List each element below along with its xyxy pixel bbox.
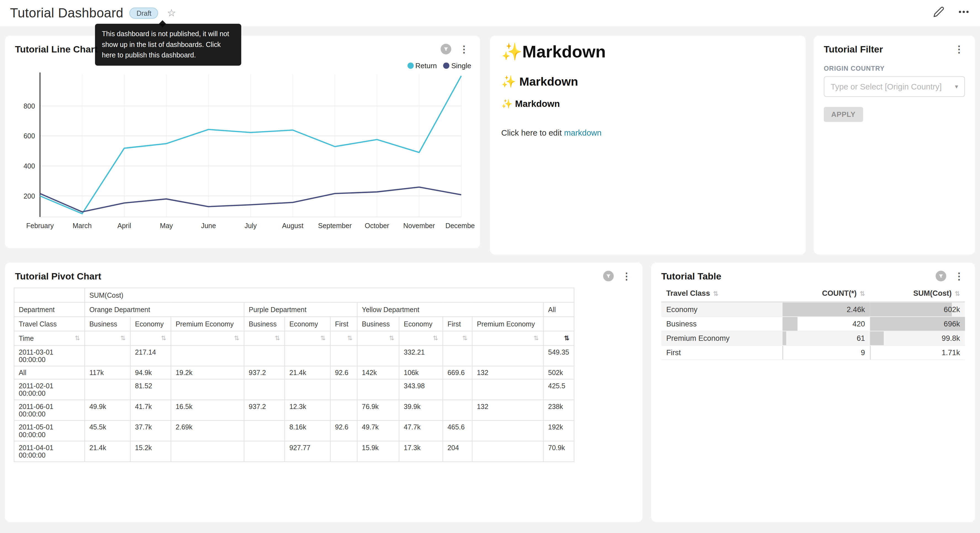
- pivot-class-header: Economy: [285, 317, 330, 331]
- legend-item-return[interactable]: Return: [407, 62, 437, 69]
- pivot-value-cell: [171, 345, 244, 366]
- sort-icon[interactable]: ⇅: [234, 334, 239, 342]
- apply-button[interactable]: APPLY: [824, 107, 863, 122]
- legend-dot: [443, 62, 449, 69]
- pivot-value-cell: 21.4k: [285, 366, 330, 380]
- pivot-chart-card: Tutorial Pivot Chart ⋮ SUM(Cost)Departme…: [5, 263, 643, 522]
- origin-country-label: ORIGIN COUNTRY: [824, 64, 965, 72]
- pivot-value-cell: [443, 379, 472, 400]
- pivot-value-cell: 45.5k: [85, 421, 130, 441]
- sort-icon[interactable]: ⇅: [75, 334, 80, 342]
- table-column-header[interactable]: Travel Class⇅: [661, 285, 782, 302]
- pivot-value-cell: 332.21: [399, 345, 443, 366]
- pivot-sort-cell: ⇅: [544, 331, 574, 345]
- sort-icon[interactable]: ⇅: [860, 290, 865, 297]
- line-chart-canvas: 200400600800FebruaryMarchAprilMayJuneJul…: [10, 71, 475, 241]
- pivot-value-cell: 502k: [544, 366, 574, 380]
- travel-class-cell: Premium Economy: [661, 331, 782, 345]
- pivot-value-cell: [171, 441, 244, 462]
- pivot-value-cell: [285, 345, 330, 366]
- filter-indicator-icon[interactable]: [441, 44, 451, 54]
- line-chart-card-header: Tutorial Line Chart ⋮: [5, 36, 480, 58]
- metric-cell: 9: [783, 345, 870, 360]
- metric-value: 602k: [944, 305, 960, 314]
- filter-card-title: Tutorial Filter: [824, 44, 883, 54]
- pivot-value-cell: 2.69k: [171, 421, 244, 441]
- value-bar: [870, 331, 883, 345]
- pivot-corner-cell: [14, 288, 85, 302]
- table-column-header[interactable]: COUNT(*)⇅: [783, 285, 870, 302]
- markdown-h3: ✨ Markdown: [501, 99, 794, 109]
- pivot-sort-cell: ⇅: [130, 331, 171, 345]
- travel-class-cell: Economy: [661, 302, 782, 317]
- pivot-row-label: 2011-02-01 00:00:00: [14, 379, 85, 400]
- pivot-value-cell: 549.35: [544, 345, 574, 366]
- draft-badge[interactable]: Draft: [130, 8, 159, 19]
- sort-icon[interactable]: ⇅: [275, 334, 280, 342]
- pivot-value-cell: 21.4k: [85, 441, 130, 462]
- chart-legend[interactable]: ReturnSingle: [407, 62, 471, 69]
- markdown-h1: ✨Markdown: [501, 42, 794, 62]
- pivot-card-header: Tutorial Pivot Chart ⋮: [5, 263, 643, 285]
- line-chart-card: Tutorial Line Chart ⋮ ReturnSingle 20040…: [5, 36, 480, 248]
- dashboard-viewport: Tutorial Dashboard Draft ☆ This dashboar…: [0, 0, 980, 533]
- sort-icon[interactable]: ⇅: [161, 334, 166, 342]
- origin-country-select[interactable]: Type or Select [Origin Country] ▾: [824, 76, 965, 97]
- svg-text:February: February: [26, 222, 54, 230]
- pivot-chart-menu-icon[interactable]: ⋮: [620, 271, 632, 281]
- table-card-header: Tutorial Table ⋮: [651, 263, 975, 285]
- favorite-star-icon[interactable]: ☆: [167, 8, 176, 18]
- pivot-value-cell: 15.2k: [130, 441, 171, 462]
- pivot-group-header: Yellow Department: [357, 302, 544, 317]
- filter-indicator-icon[interactable]: [935, 271, 946, 281]
- metric-cell: 99.8k: [870, 331, 965, 345]
- sort-icon[interactable]: ⇅: [389, 334, 395, 342]
- pivot-sort-cell: ⇅: [85, 331, 130, 345]
- filter-indicator-icon[interactable]: [603, 271, 614, 281]
- pivot-table: SUM(Cost)DepartmentOrange DepartmentPurp…: [14, 287, 574, 462]
- filter-card-menu-icon[interactable]: ⋮: [953, 45, 965, 54]
- sort-icon[interactable]: ⇅: [713, 290, 718, 297]
- sort-icon[interactable]: ⇅: [120, 334, 126, 342]
- pivot-value-cell: [357, 379, 399, 400]
- data-table: Travel Class⇅COUNT(*)⇅SUM(Cost)⇅Economy2…: [661, 285, 965, 360]
- svg-text:800: 800: [24, 102, 35, 110]
- line-chart-menu-icon[interactable]: ⋮: [458, 45, 470, 54]
- pivot-group-header: Purple Department: [244, 302, 357, 317]
- pivot-sort-cell: ⇅: [399, 331, 443, 345]
- svg-text:November: November: [403, 222, 435, 230]
- svg-text:April: April: [117, 222, 131, 230]
- header-actions: [932, 6, 970, 18]
- pivot-row: 2011-02-01 00:00:0081.52343.98425.5: [14, 379, 574, 400]
- table-column-header[interactable]: SUM(Cost)⇅: [870, 285, 965, 302]
- legend-label: Return: [415, 62, 437, 69]
- legend-item-single[interactable]: Single: [443, 62, 471, 69]
- sort-icon[interactable]: ⇅: [347, 334, 353, 342]
- pivot-chart-title: Tutorial Pivot Chart: [15, 271, 101, 281]
- markdown-edit-link[interactable]: markdown: [564, 128, 601, 137]
- pivot-value-cell: 94.9k: [130, 366, 171, 380]
- pivot-value-cell: 204: [443, 441, 472, 462]
- svg-text:June: June: [201, 222, 216, 230]
- sort-icon[interactable]: ⇅: [462, 334, 467, 342]
- metric-value: 9: [861, 348, 865, 357]
- sort-icon[interactable]: ⇅: [955, 290, 960, 297]
- value-bar: [783, 317, 797, 331]
- pivot-class-header: Premium Economy: [171, 317, 244, 331]
- pivot-value-cell: 49.9k: [85, 400, 130, 421]
- table-title: Tutorial Table: [661, 271, 721, 281]
- pivot-value-cell: 132: [472, 366, 543, 380]
- sort-icon[interactable]: ⇅: [320, 334, 326, 342]
- more-options-icon[interactable]: [957, 6, 970, 18]
- filter-card-header: Tutorial Filter ⋮: [814, 36, 975, 58]
- pivot-class-header: Business: [357, 317, 399, 331]
- sort-icon[interactable]: ⇅: [534, 334, 539, 342]
- pivot-value-cell: 132: [472, 400, 543, 421]
- sort-icon[interactable]: ⇅: [433, 334, 438, 342]
- sort-icon[interactable]: ⇅: [564, 334, 570, 342]
- svg-text:October: October: [365, 222, 389, 230]
- edit-dashboard-icon[interactable]: [932, 6, 945, 18]
- pivot-value-cell: 117k: [85, 366, 130, 380]
- svg-text:400: 400: [24, 162, 35, 170]
- table-menu-icon[interactable]: ⋮: [953, 271, 965, 281]
